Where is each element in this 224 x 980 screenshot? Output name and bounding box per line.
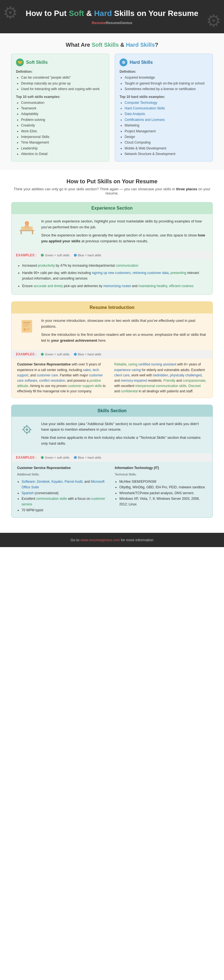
list-item: McAfee SIEM/EPO/NSM: [119, 479, 207, 484]
svg-rect-20: [30, 429, 32, 430]
skills-grid: 🤝 Soft Skills Definition: Can be conside…: [11, 54, 213, 161]
legend-green: Green = soft skills: [41, 353, 69, 356]
list-item: Work Ethic: [21, 129, 104, 134]
gear-left-icon: ⚙: [3, 3, 18, 22]
list-item: Computer Technology: [125, 100, 208, 105]
svg-rect-1: [21, 231, 22, 234]
experience-card-header: Experience Section: [11, 202, 213, 214]
list-item: Creativity: [21, 123, 104, 128]
soft-examples-list: Communication Teamwork Adaptability Prob…: [16, 100, 104, 157]
list-item: Increased productivity by 47% by increas…: [22, 263, 207, 268]
legend-green: Green = soft skills: [41, 456, 69, 459]
list-item: Ensure accurate and timely pick-ups and …: [22, 283, 207, 289]
page-header: ⚙ How to Put Soft & Hard Skills on Your …: [0, 0, 224, 33]
svg-rect-2: [32, 231, 33, 234]
hard-skills-icon: ⚙: [120, 59, 127, 66]
list-item: Sometimes reflected by a license or cert…: [125, 86, 208, 92]
list-item: Leadership: [21, 146, 104, 151]
list-item: Problem-solving: [21, 117, 104, 123]
skills-right-list: McAfee SIEM/EPO/NSM Ollydbg, WinDbg, GBD…: [115, 479, 207, 508]
blue-dot: [74, 353, 77, 356]
soft-skills-header: 🤝 Soft Skills: [16, 59, 104, 66]
list-item: Develop naturally as you grow up: [21, 81, 104, 86]
list-item: Time Management: [21, 140, 104, 145]
list-item: 70 WPM typist: [22, 508, 109, 513]
intro-card-text: In your resume introduction, showcase on…: [41, 318, 207, 345]
blue-dot: [74, 254, 77, 257]
experience-card: Experience Section In your work experien…: [11, 202, 213, 295]
list-item: Certifications and Licenses: [125, 117, 208, 123]
list-item: Cloud Computing: [125, 140, 208, 145]
skills-card-body: Use your skills section (aka "Additional…: [11, 417, 213, 453]
intro-icon: [17, 318, 37, 335]
list-item: Software: Zendesk, Kayako, Parcel Audit,…: [22, 479, 109, 490]
intro-card: Resume Introduction In your resume intro…: [11, 301, 213, 398]
experience-examples-bar: EXAMPLES : Green = soft skills Blue = ha…: [11, 251, 213, 259]
list-item: Ollydbg, WinDbg, GBD, IDA Pro, PEID, mal…: [119, 484, 207, 490]
hard-definition-list: Acquired knowledge Taught or gained thro…: [120, 75, 208, 92]
list-item: Mobile & Web Development: [125, 146, 208, 151]
list-item: Handle 90+ calls per day, with duties in…: [22, 270, 207, 282]
list-item: Data Analysis: [125, 111, 208, 117]
list-item: Adaptability: [21, 111, 104, 117]
page-title: How to Put Soft & Hard Skills on Your Re…: [6, 8, 218, 19]
list-item: Marketing: [125, 123, 208, 128]
hard-examples-label: Top 10 hard skills examples:: [120, 95, 208, 99]
soft-skills-icon: 🤝: [16, 59, 24, 66]
skills-card-text: Use your skills section (aka "Additional…: [41, 421, 207, 449]
list-item: Attention to Detail: [21, 151, 104, 157]
brand-label: ResumeResumeGenius: [6, 21, 218, 25]
svg-rect-13: [27, 329, 30, 329]
skills-right-col: Information Technology (IT) Technical Sk…: [115, 465, 207, 513]
blue-dot: [74, 456, 77, 459]
intro-left-col: Customer Service Representative with ove…: [17, 362, 110, 394]
list-item: Excellent communication skills with a fo…: [22, 496, 109, 508]
experience-examples: Increased productivity by 47% by increas…: [11, 259, 213, 295]
list-item: Hard Communication Skills: [125, 105, 208, 111]
list-item: Can be considered "people skills": [21, 75, 104, 80]
svg-rect-17: [26, 425, 28, 426]
list-item: Taught or gained through on-the-job trai…: [125, 81, 208, 86]
list-item: Teamwork: [21, 105, 104, 111]
gear-right-icon: ⚙: [206, 11, 221, 30]
svg-rect-3: [21, 227, 33, 231]
svg-rect-10: [23, 325, 30, 325]
green-dot: [41, 254, 44, 257]
soft-examples-label: Top 10 soft skills examples:: [16, 95, 104, 99]
experience-card-body: In your work experience section, highlig…: [11, 214, 213, 251]
svg-point-16: [26, 428, 28, 431]
list-item: Windows XP, Vista, 7, 8; Windows Server …: [119, 496, 207, 508]
how-to-subtitle: Think your abilities can only go in your…: [11, 187, 213, 195]
experience-card-text: In your work experience section, highlig…: [41, 218, 207, 246]
skills-card-header: Skills Section: [11, 405, 213, 417]
svg-rect-9: [23, 323, 29, 324]
svg-point-12: [24, 328, 26, 331]
how-to-heading: How to Put Skills on Your Resume: [11, 178, 213, 185]
list-item: Network Structure & Development: [125, 151, 208, 157]
legend-blue: Blue = hard skills: [74, 353, 101, 356]
hard-def-label: Definition:: [120, 70, 208, 73]
list-item: Used for interacting with others and cop…: [21, 86, 104, 92]
how-to-section: How to Put Skills on Your Resume Think y…: [0, 170, 224, 533]
list-item: Spanish (conversational): [22, 490, 109, 496]
experience-icon: [17, 218, 37, 235]
footer-link[interactable]: www.resumegenius.com: [80, 538, 120, 542]
list-item: Wireshark/TCPview packet analysis, DNS s…: [119, 490, 207, 496]
soft-definition-list: Can be considered "people skills" Develo…: [16, 75, 104, 92]
legend-blue: Blue = hard skills: [74, 253, 101, 257]
green-dot: [41, 353, 44, 356]
skills-examples-bar: EXAMPLES : Green = soft skills Blue = ha…: [11, 453, 213, 462]
svg-rect-5: [25, 225, 29, 227]
green-dot: [41, 456, 44, 459]
svg-rect-19: [22, 429, 24, 430]
hard-skills-box: ⚙ Hard Skills Definition: Acquired knowl…: [115, 54, 213, 161]
svg-rect-14: [27, 330, 29, 330]
svg-point-4: [25, 221, 29, 225]
intro-card-header: Resume Introduction: [11, 302, 213, 313]
list-item: Project Management: [125, 129, 208, 134]
skills-left-col: Customer Service Representative Addition…: [17, 465, 109, 513]
skills-icon: [17, 421, 37, 438]
soft-skills-box: 🤝 Soft Skills Definition: Can be conside…: [11, 54, 109, 161]
soft-def-label: Definition:: [16, 70, 104, 73]
skills-two-col: Customer Service Representative Addition…: [11, 462, 213, 517]
